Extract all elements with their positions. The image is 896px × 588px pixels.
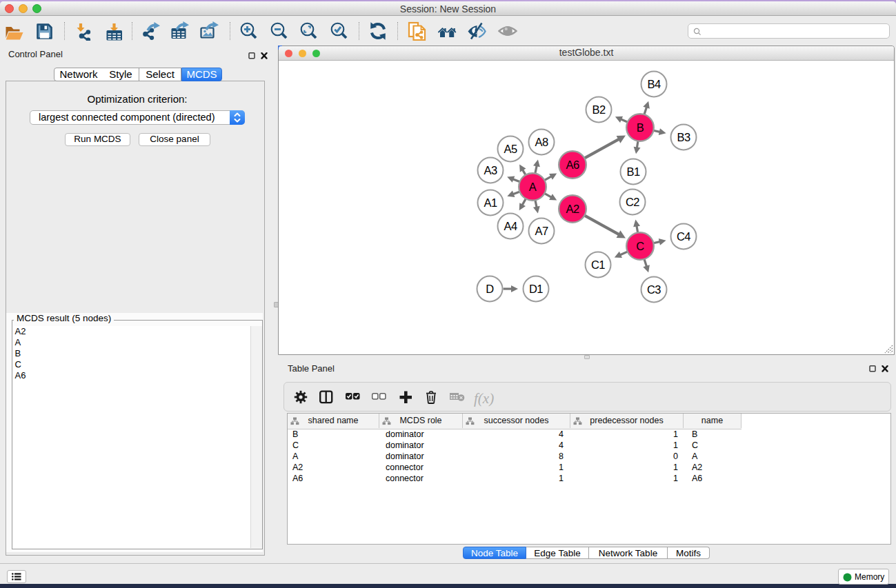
svg-text:A: A (529, 181, 537, 193)
svg-text:D1: D1 (529, 283, 543, 295)
svg-text:A4: A4 (504, 220, 517, 232)
svg-text:C3: C3 (647, 283, 661, 296)
svg-text:A3: A3 (484, 164, 497, 176)
svg-text:D: D (486, 283, 494, 295)
svg-text:A7: A7 (535, 225, 548, 237)
svg-text:A8: A8 (535, 136, 548, 148)
svg-text:B1: B1 (626, 165, 640, 178)
svg-text:B4: B4 (647, 78, 661, 90)
svg-text:A5: A5 (504, 143, 517, 155)
svg-text:C4: C4 (677, 230, 690, 243)
svg-text:A6: A6 (566, 159, 579, 171)
svg-text:B: B (637, 121, 644, 134)
svg-text:C2: C2 (626, 196, 639, 208)
svg-text:A1: A1 (484, 196, 497, 209)
svg-text:C: C (636, 240, 644, 252)
svg-text:A2: A2 (566, 203, 579, 215)
svg-text:B3: B3 (677, 131, 690, 143)
svg-text:B2: B2 (592, 103, 606, 116)
svg-text:C1: C1 (591, 258, 605, 271)
